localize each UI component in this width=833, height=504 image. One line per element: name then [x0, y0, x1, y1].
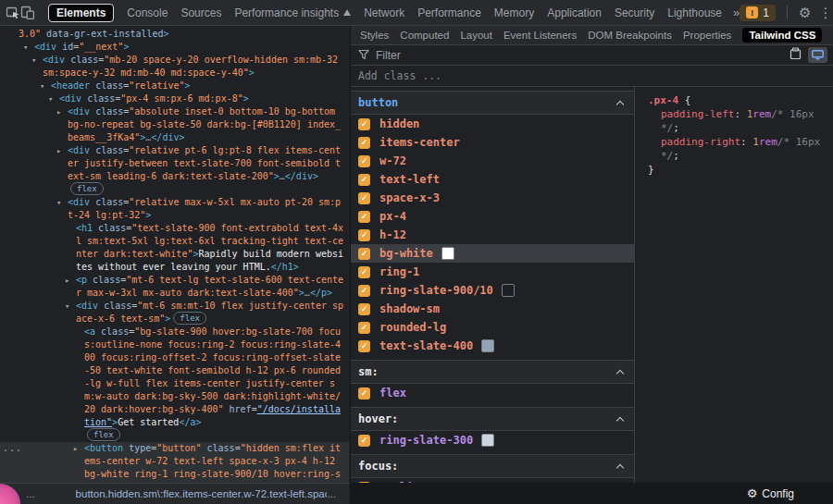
class-row-flex[interactable]: ✓flex [351, 384, 634, 402]
sidebar-tab-event-listeners[interactable]: Event Listeners [504, 30, 577, 41]
more-tabs-icon[interactable]: » [733, 6, 740, 19]
tab-security[interactable]: Security [615, 5, 654, 21]
gutter-dots[interactable]: ... [3, 442, 22, 455]
expanded-arrow-icon[interactable]: ▾ [56, 196, 61, 209]
class-row-hidden[interactable]: ✓hidden [351, 115, 634, 133]
tree-node[interactable]: ▾<div class="mt-6 sm:mt-10 flex justify-… [0, 300, 349, 326]
sidebar-tab-properties[interactable]: Properties [683, 30, 731, 41]
settings-gear-icon[interactable]: ⚙ [799, 6, 811, 19]
tree-node[interactable]: flex [0, 429, 349, 442]
section-header-button[interactable]: button [351, 91, 634, 115]
device-toolbar-icon[interactable] [20, 3, 35, 23]
kebab-menu-icon[interactable]: ⋮ [818, 6, 832, 19]
tab-network[interactable]: Network [364, 5, 404, 21]
class-row-px-4[interactable]: ✓px-4 [351, 207, 634, 226]
inspect-icon[interactable] [6, 3, 20, 23]
tree-node[interactable]: ▾<div class="relative max-w-5xl mx-auto … [0, 196, 349, 222]
flex-badge[interactable]: flex [173, 312, 206, 325]
checkbox-checked-icon[interactable]: ✓ [358, 211, 370, 223]
tree-node[interactable]: <h1 class="text-slate-900 font-extrabold… [0, 222, 349, 274]
class-row-ring-slate-900-10[interactable]: ✓ring-slate-900/10 [351, 281, 634, 300]
css-code: padding-right [661, 136, 740, 148]
tab-elements[interactable]: Elements [48, 4, 114, 22]
class-row-shadow-sm[interactable]: ✓shadow-sm [351, 300, 634, 318]
checkbox-checked-icon[interactable]: ✓ [358, 435, 370, 447]
sidebar-tab-tailwind-css[interactable]: Tailwind CSS [742, 28, 822, 43]
tab-lighthouse[interactable]: Lighthouse [667, 5, 722, 21]
expanded-arrow-icon[interactable]: ▾ [48, 92, 53, 105]
crumb-overflow-dots[interactable]: ... [26, 488, 35, 499]
class-row-ring-1[interactable]: ✓ring-1 [351, 263, 634, 281]
breadcrumb[interactable]: button.hidden.sm\:flex.items-center.w-72… [76, 488, 328, 499]
tree-node[interactable]: ▸<div class="relative pt-6 lg:pt-8 flex … [0, 144, 349, 196]
checkbox-checked-icon[interactable]: ✓ [358, 229, 370, 241]
sidebar-tab-styles[interactable]: Styles [360, 30, 389, 41]
class-row-bg-white[interactable]: ✓bg-white [351, 244, 634, 263]
checkbox-checked-icon[interactable]: ✓ [358, 248, 370, 260]
checkbox-checked-icon[interactable]: ✓ [358, 340, 370, 352]
checkbox-checked-icon[interactable]: ✓ [358, 266, 370, 278]
checkbox-checked-icon[interactable]: ✓ [358, 137, 370, 149]
section-header-hover[interactable]: hover: [351, 407, 634, 431]
checkbox-checked-icon[interactable]: ✓ [358, 118, 370, 130]
class-row-rounded-lg[interactable]: ✓rounded-lg [351, 318, 634, 337]
tree-node[interactable]: <a class="bg-slate-900 hover:bg-slate-70… [0, 326, 349, 429]
class-row-items-center[interactable]: ✓items-center [351, 133, 634, 152]
display-toggle-icon[interactable] [808, 47, 827, 63]
tab-memory[interactable]: Memory [494, 5, 534, 21]
tree-node[interactable]: ▾<div class="mb-20 space-y-20 overflow-h… [0, 54, 349, 80]
expanded-arrow-icon[interactable]: ▾ [31, 54, 36, 67]
tree-node[interactable]: 3.0" data-gr-ext-installed> [0, 28, 349, 41]
checkbox-checked-icon[interactable]: ✓ [358, 303, 370, 315]
copy-icon[interactable] [789, 47, 802, 64]
checkbox-checked-icon[interactable]: ✓ [358, 285, 370, 297]
collapsed-arrow-icon[interactable]: ▸ [56, 144, 61, 157]
tree-node[interactable]: ▾<div class="px-4 sm:px-6 md:px-8"> [0, 92, 349, 105]
sidebar-tab-layout[interactable]: Layout [460, 30, 492, 41]
tab-application[interactable]: Application [547, 5, 602, 21]
tab-performance[interactable]: Performance [417, 5, 481, 21]
config-button[interactable]: Config [762, 487, 794, 500]
checkbox-checked-icon[interactable]: ✓ [358, 192, 370, 204]
chevron-up-icon[interactable] [616, 416, 624, 424]
expanded-arrow-icon[interactable]: ▾ [23, 41, 28, 54]
chevron-up-icon[interactable] [616, 100, 624, 107]
devtools-toolbar: ElementsConsoleSourcesPerformance insigh… [0, 0, 833, 26]
tab-console[interactable]: Console [127, 5, 168, 21]
collapsed-arrow-icon[interactable]: ▸ [73, 442, 78, 455]
class-row-text-slate-400[interactable]: ✓text-slate-400 [351, 337, 634, 355]
tree-node[interactable]: ▾<div id="__next"> [0, 41, 349, 54]
collapsed-arrow-icon[interactable]: ▸ [56, 105, 61, 118]
flex-badge[interactable]: flex [70, 182, 104, 195]
filter-input[interactable]: Filter [376, 49, 401, 62]
expanded-arrow-icon[interactable]: ▾ [65, 300, 69, 313]
section-header-sm[interactable]: sm: [351, 360, 634, 384]
checkbox-checked-icon[interactable]: ✓ [358, 322, 370, 334]
collapsed-arrow-icon[interactable]: ▸ [65, 274, 69, 287]
checkbox-checked-icon[interactable]: ✓ [358, 174, 370, 186]
tab-sources[interactable]: Sources [180, 5, 221, 21]
class-label: h-12 [379, 228, 406, 241]
flex-badge[interactable]: flex [87, 428, 120, 441]
sidebar-tab-dom-breakpoints[interactable]: DOM Breakpoints [588, 30, 672, 41]
class-row-w-72[interactable]: ✓w-72 [351, 152, 634, 170]
class-row-text-left[interactable]: ✓text-left [351, 170, 634, 189]
checkbox-checked-icon[interactable]: ✓ [358, 155, 370, 167]
crumb-trailing-dots[interactable]: ... [327, 488, 336, 499]
section-header-focus[interactable]: focus: [351, 454, 634, 478]
tab-performance-insights[interactable]: Performance insights [234, 5, 351, 21]
tree-node[interactable]: ▸<p class="mt-6 text-lg text-slate-600 t… [0, 274, 349, 300]
class-row-h-12[interactable]: ✓h-12 [351, 226, 634, 244]
chevron-up-icon[interactable] [616, 369, 624, 376]
tree-node[interactable]: ▾<header class="relative"> [0, 80, 349, 92]
expanded-arrow-icon[interactable]: ▾ [40, 80, 44, 92]
class-row-ring-slate-300[interactable]: ✓ring-slate-300 [351, 431, 634, 449]
chevron-up-icon[interactable] [616, 463, 624, 471]
tree-node[interactable]: ▸<div class="absolute inset-0 bottom-10 … [0, 105, 349, 144]
class-row-space-x-3[interactable]: ✓space-x-3 [351, 189, 634, 207]
sidebar-tab-computed[interactable]: Computed [400, 30, 449, 41]
add-class-input[interactable]: Add class ... [358, 69, 441, 82]
issues-badge[interactable]: ! 1 [740, 5, 776, 21]
tree-node[interactable]: ▸...<button type="button" class="hidden … [0, 442, 349, 483]
checkbox-checked-icon[interactable]: ✓ [358, 387, 370, 400]
